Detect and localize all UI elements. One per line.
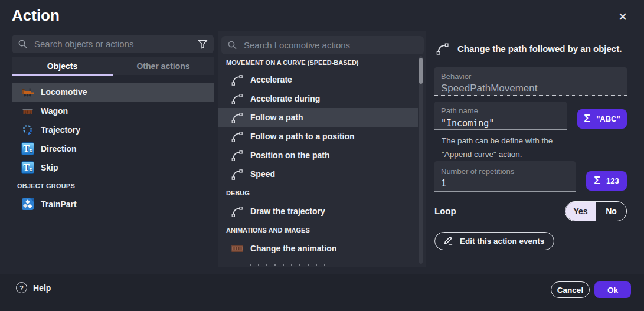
loop-toggle: Yes No xyxy=(565,201,627,221)
section-header: MOVEMENT ON A CURVE (SPEED-BASED) xyxy=(218,54,426,70)
list-item-locomotive[interactable]: Locomotive xyxy=(12,83,214,102)
path-name-value[interactable]: "Incoming" xyxy=(441,118,560,129)
sigma-icon: Σ xyxy=(584,113,590,125)
left-panel-tabs: Objects Other actions xyxy=(12,57,214,75)
action-description: Change the path followed by an object. xyxy=(457,44,622,54)
filter-icon[interactable] xyxy=(198,40,208,49)
curve-path-icon xyxy=(436,41,450,56)
objects-search-input[interactable] xyxy=(33,38,192,50)
section-header: ANIMATIONS AND IMAGES xyxy=(218,221,426,239)
curve-path-icon xyxy=(231,130,244,143)
list-item-label: Locomotive xyxy=(41,87,87,97)
list-item-label: Trajectory xyxy=(41,125,80,135)
pencil-icon xyxy=(443,235,454,247)
action-item-label: Draw the trajectory xyxy=(250,207,325,216)
actions-panel: MOVEMENT ON A CURVE (SPEED-BASED) Accele… xyxy=(218,31,426,267)
cancel-button[interactable]: Cancel xyxy=(551,281,590,298)
object-groups-header: OBJECT GROUPS xyxy=(12,177,214,195)
actions-list: MOVEMENT ON A CURVE (SPEED-BASED) Accele… xyxy=(218,54,426,258)
footer-bar: ? Help Cancel Ok xyxy=(0,274,644,311)
action-item-draw-the-trajectory[interactable]: Draw the trajectory xyxy=(218,202,418,221)
list-item-wagon[interactable]: Wagon xyxy=(12,102,214,120)
tab-other-actions[interactable]: Other actions xyxy=(113,57,214,75)
close-icon[interactable]: ✕ xyxy=(614,8,631,25)
behavior-label: Behavior xyxy=(441,72,620,81)
list-item-label: Wagon xyxy=(41,106,68,116)
loop-yes-option[interactable]: Yes xyxy=(565,202,596,221)
objects-search-box[interactable] xyxy=(12,35,214,53)
curve-path-icon xyxy=(231,149,244,162)
search-icon xyxy=(18,39,28,49)
curve-path-icon xyxy=(231,205,244,218)
text-object-icon: Tx xyxy=(21,142,34,155)
text-object-icon: Tx xyxy=(21,161,34,174)
behavior-field: Behavior SpeedPathMovement xyxy=(434,67,627,96)
action-item-label: Position on the path xyxy=(250,150,330,160)
action-item-follow-a-path[interactable]: Follow a path xyxy=(218,108,418,127)
path-name-field[interactable]: Path name "Incoming" xyxy=(434,102,567,130)
list-item-trajectory[interactable]: Trajectory xyxy=(12,120,214,139)
sigma-icon: Σ xyxy=(594,175,600,187)
action-item-label: Follow a path to a position xyxy=(250,132,355,141)
action-item-position-on-the-path[interactable]: Position on the path xyxy=(218,146,418,165)
action-item-label: Follow a path xyxy=(250,113,303,122)
partially-visible-list-item[interactable] xyxy=(250,264,332,266)
action-dialog: Action ✕ Objects Other actions xyxy=(0,0,644,311)
path-help-text: The path can be define with the "Append … xyxy=(442,134,601,161)
curve-path-icon xyxy=(231,73,244,86)
curve-path-icon xyxy=(231,92,244,105)
edit-action-events-button[interactable]: Edit this action events xyxy=(434,232,554,250)
action-item-label: Change the animation xyxy=(250,244,336,253)
action-item-follow-a-path-to-a-position[interactable]: Follow a path to a position xyxy=(218,127,418,146)
objects-list: Locomotive Wagon xyxy=(12,83,214,214)
actions-scrollbar[interactable] xyxy=(419,56,423,264)
help-icon: ? xyxy=(16,282,27,293)
action-item-label: Accelerate during xyxy=(250,94,320,103)
list-item-label: Direction xyxy=(41,144,77,153)
search-icon xyxy=(227,40,237,50)
page-title: Action xyxy=(12,6,60,25)
action-item-label: Accelerate xyxy=(250,75,292,84)
locomotive-icon xyxy=(21,86,34,99)
list-item-skip[interactable]: Tx Skip xyxy=(12,158,214,177)
list-item-label: Skip xyxy=(41,163,58,172)
repetitions-value[interactable]: 1 xyxy=(441,178,569,189)
loop-no-option[interactable]: No xyxy=(596,202,626,221)
ok-button[interactable]: Ok xyxy=(594,281,631,298)
list-item-label: TrainPart xyxy=(41,199,77,209)
scrollbar-thumb[interactable] xyxy=(419,58,423,84)
loop-label: Loop xyxy=(434,206,456,216)
action-item-change-the-animation[interactable]: Change the animation xyxy=(218,239,418,258)
repetitions-field[interactable]: Number of repetitions 1 xyxy=(434,161,576,192)
curve-path-icon xyxy=(231,111,244,124)
wagon-icon xyxy=(21,104,34,117)
section-header: DEBUG xyxy=(218,184,426,202)
list-item-direction[interactable]: Tx Direction xyxy=(12,139,214,158)
tab-objects[interactable]: Objects xyxy=(12,57,113,75)
repetitions-label: Number of repetitions xyxy=(441,167,569,176)
object-group-icon xyxy=(21,198,34,211)
film-strip-icon xyxy=(231,242,244,255)
number-expression-button[interactable]: Σ 123 xyxy=(586,171,627,191)
list-item-trainpart[interactable]: TrainPart xyxy=(12,195,214,214)
path-name-label: Path name xyxy=(441,106,560,115)
actions-search-input[interactable] xyxy=(243,40,418,51)
behavior-value: SpeedPathMovement xyxy=(441,83,620,94)
curve-path-icon xyxy=(231,168,244,181)
action-item-speed[interactable]: Speed xyxy=(218,165,418,184)
action-item-accelerate-during[interactable]: Accelerate during xyxy=(218,89,418,108)
trajectory-icon xyxy=(21,123,34,136)
help-link[interactable]: ? Help xyxy=(16,282,51,293)
action-item-accelerate[interactable]: Accelerate xyxy=(218,70,418,89)
string-expression-button[interactable]: Σ "ABC" xyxy=(577,109,627,129)
action-item-label: Speed xyxy=(250,169,275,179)
actions-search-box[interactable] xyxy=(221,36,424,54)
